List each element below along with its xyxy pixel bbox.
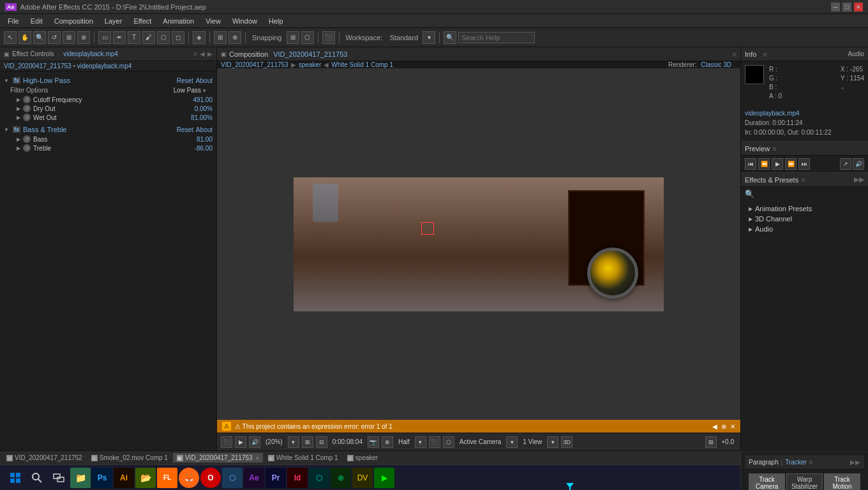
bc-white-solid[interactable]: White Solid 1 Comp 1	[331, 61, 393, 68]
comp-depth[interactable]: ⬡	[443, 436, 454, 448]
taskbar-start[interactable]	[5, 468, 26, 488]
taskbar-indesign[interactable]: Id	[287, 468, 308, 488]
view-dropdown[interactable]: ▾	[506, 436, 518, 448]
toolbar-eraser[interactable]: ◻	[172, 31, 184, 44]
views-dropdown[interactable]: ▾	[547, 436, 558, 448]
menu-edit[interactable]: Edit	[26, 16, 48, 26]
maximize-button[interactable]: □	[842, 3, 851, 11]
toolbar-rotate[interactable]: ↺	[48, 31, 61, 44]
preview-audio[interactable]: 🔊	[853, 158, 864, 170]
comp-audio[interactable]: 🔊	[249, 436, 260, 448]
minimize-button[interactable]: ─	[831, 3, 840, 11]
workspace-dropdown[interactable]: ▾	[423, 31, 435, 44]
comp-preview[interactable]: ▶	[235, 436, 246, 448]
dryout-value[interactable]: 0.00%	[195, 105, 213, 112]
tracker-title-tab[interactable]: Tracker	[785, 459, 807, 466]
taskbar-opera[interactable]: O	[200, 468, 221, 488]
wetout-value[interactable]: 81.00%	[191, 114, 213, 121]
toolbar-stamp[interactable]: ⬡	[157, 31, 170, 44]
taskbar-task-view[interactable]	[49, 468, 69, 488]
menu-composition[interactable]: Composition	[49, 16, 98, 26]
toolbar-camera2[interactable]: ⊕	[77, 31, 90, 44]
stopwatch-treble[interactable]: ⏱	[23, 144, 31, 152]
bc-comp[interactable]: VID_20200417_211753	[221, 61, 288, 68]
audio-tab[interactable]: Audio	[848, 50, 864, 57]
toolbar-pen[interactable]: ✒	[113, 31, 126, 44]
menu-file[interactable]: File	[3, 16, 24, 26]
fx-about-basstreble[interactable]: About	[196, 126, 213, 133]
fx-expand-basstreble[interactable]: ▼	[4, 127, 10, 133]
fx-expand-highlowpass[interactable]: ▼	[4, 78, 10, 84]
taskbar-firefox[interactable]: 🦊	[179, 468, 199, 488]
bc-speaker[interactable]: speaker	[299, 61, 322, 68]
preview-first[interactable]: ⏮	[745, 158, 756, 170]
tracker-expand[interactable]: ▶▶	[850, 459, 860, 466]
comp-grid[interactable]: ⊟	[316, 436, 327, 448]
comp-3d[interactable]: 3D	[561, 436, 572, 448]
taskbar-search[interactable]	[27, 468, 47, 488]
preview-next[interactable]: ⏩	[785, 158, 797, 170]
toolbar-zoom[interactable]: 🔍	[33, 31, 46, 44]
taskbar-aftereffects[interactable]: Ae	[244, 468, 264, 488]
comp-region[interactable]: ⬛	[221, 436, 232, 448]
effects-3d-channel[interactable]: ▶ 3D Channel	[741, 214, 868, 224]
comp-channels[interactable]: ⬛	[429, 436, 440, 448]
toolbar-select[interactable]: ↖	[4, 31, 17, 44]
effect-controls-file[interactable]: videoplayback.mp4	[63, 50, 118, 57]
menu-layer[interactable]: Layer	[100, 16, 128, 26]
toolbar-camera1[interactable]: ⊞	[63, 31, 75, 44]
toolbar-puppet[interactable]: ◈	[193, 31, 206, 44]
comp-camera[interactable]: 📷	[368, 436, 379, 448]
comp-viewer[interactable]: Active Camera	[217, 68, 740, 420]
taskbar-unknown2[interactable]: ⬡	[309, 468, 329, 488]
tl-tab-3[interactable]: ▣ White Solid 1 Comp 1	[264, 453, 342, 463]
preview-play[interactable]: ▶	[772, 158, 783, 170]
taskbar-folder2[interactable]: 📂	[135, 468, 156, 488]
menu-view[interactable]: View	[200, 16, 226, 26]
taskbar-file-explorer[interactable]: 📁	[70, 468, 91, 488]
taskbar-audition[interactable]: ⊕	[331, 468, 351, 488]
comp-fit[interactable]: ⊞	[302, 436, 313, 448]
effects-expand[interactable]: ▶▶	[854, 175, 864, 184]
tracker-tab-warp[interactable]: Warp Stabilizer	[786, 473, 823, 490]
cutoff-value[interactable]: 491.00	[193, 96, 213, 103]
taskbar-photoshop[interactable]: Ps	[92, 468, 112, 488]
toolbar-track1[interactable]: ⊞	[214, 31, 227, 44]
taskbar-fruity[interactable]: FL	[157, 468, 177, 488]
tracker-tab-motion[interactable]: Track Motion	[824, 473, 860, 490]
stopwatch-bass[interactable]: ⏱	[23, 135, 31, 143]
taskbar-premiere[interactable]: Pr	[266, 468, 286, 488]
stopwatch-wetout[interactable]: ⏱	[23, 114, 31, 121]
menu-window[interactable]: Window	[227, 16, 262, 26]
quality-dropdown[interactable]: ▾	[415, 436, 426, 448]
zoom-dropdown[interactable]: ▾	[288, 436, 299, 448]
toolbar-brush[interactable]: 🖌	[142, 31, 155, 44]
fx-about-highlowpass[interactable]: About	[196, 77, 213, 84]
taskbar-davinci[interactable]: DV	[352, 468, 373, 488]
bass-value[interactable]: 81.00	[197, 136, 213, 143]
tl-tab-1[interactable]: ▣ Smoke_02.mov Comp 1	[87, 453, 172, 463]
taskbar-illustrator[interactable]: Ai	[114, 468, 134, 488]
error-prev[interactable]: ◀	[712, 423, 717, 430]
preview-last[interactable]: ⏭	[798, 158, 810, 170]
tl-playhead[interactable]	[569, 483, 571, 490]
tracker-tab-camera[interactable]: Track Camera	[749, 473, 785, 490]
toolbar-screen[interactable]: ⬛	[322, 31, 335, 44]
tl-tab-0[interactable]: ▣ VID_20200417_211752	[3, 453, 86, 463]
preview-export[interactable]: ↗	[840, 158, 851, 170]
menu-animation[interactable]: Animation	[158, 16, 199, 26]
treble-value[interactable]: -86.00	[195, 145, 213, 152]
error-next[interactable]: ⊕	[720, 423, 728, 430]
toolbar-track2[interactable]: ⊕	[228, 31, 241, 44]
comp-snap[interactable]: ⊕	[382, 436, 393, 448]
toolbar-hand[interactable]: ✋	[19, 31, 31, 44]
toolbar-rect[interactable]: ▭	[98, 31, 111, 44]
fx-reset-highlowpass[interactable]: Reset	[177, 77, 193, 84]
snap-btn[interactable]: ⬡	[301, 31, 314, 44]
menu-help[interactable]: Help	[264, 16, 288, 26]
effects-animation-presets[interactable]: ▶ Animation Presets	[741, 204, 868, 214]
search-icon[interactable]: 🔍	[444, 31, 456, 44]
taskbar-vm[interactable]: ▶	[374, 468, 394, 488]
stopwatch-cutoff[interactable]: ⏱	[23, 96, 31, 103]
tl-tab-4[interactable]: ▣ speaker	[343, 453, 382, 463]
